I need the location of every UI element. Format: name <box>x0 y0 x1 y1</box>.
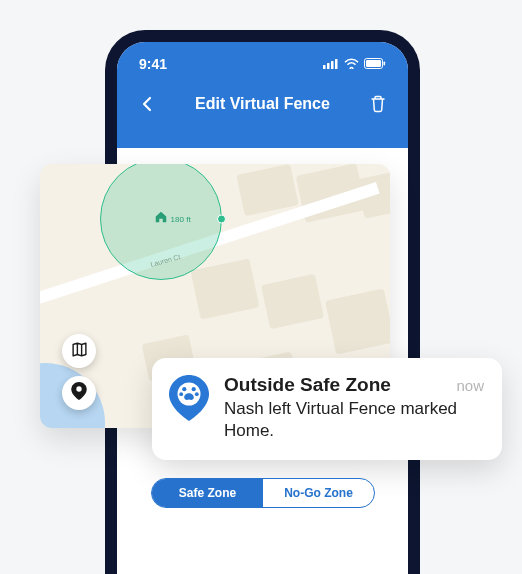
geofence-resize-handle[interactable] <box>217 215 226 224</box>
geofence-radius-label: 180 ft <box>171 215 191 224</box>
svg-rect-6 <box>384 62 386 66</box>
wifi-icon <box>344 56 359 72</box>
pin-icon <box>71 382 87 404</box>
title-bar: Edit Virtual Fence <box>117 72 408 114</box>
battery-icon <box>364 56 386 72</box>
svg-point-11 <box>179 392 183 396</box>
signal-icon <box>323 56 339 72</box>
svg-rect-1 <box>327 63 330 69</box>
app-header: 9:41 Edit Virtual Fence <box>117 42 408 148</box>
map-icon <box>71 341 88 362</box>
svg-point-7 <box>76 386 81 391</box>
svg-rect-5 <box>366 60 381 67</box>
map-layers-button[interactable] <box>62 334 96 368</box>
svg-rect-0 <box>323 65 326 69</box>
map-locate-button[interactable] <box>62 376 96 410</box>
zone-type-segmented: Safe Zone No-Go Zone <box>151 478 375 508</box>
notification-message: Nash left Virtual Fence marked Home. <box>224 398 484 442</box>
notification-body: Outside Safe Zone now Nash left Virtual … <box>224 374 484 442</box>
status-time: 9:41 <box>139 56 167 72</box>
segment-no-go-zone[interactable]: No-Go Zone <box>263 479 374 507</box>
svg-point-12 <box>195 392 199 396</box>
page-title: Edit Virtual Fence <box>195 95 330 113</box>
notification-title: Outside Safe Zone <box>224 374 391 396</box>
delete-button[interactable] <box>368 94 388 114</box>
segment-safe-zone[interactable]: Safe Zone <box>152 479 263 507</box>
status-bar: 9:41 <box>117 42 408 72</box>
back-button[interactable] <box>137 94 157 114</box>
svg-point-10 <box>192 387 196 391</box>
svg-rect-2 <box>331 61 334 69</box>
svg-point-9 <box>182 387 186 391</box>
notification-app-icon <box>168 374 210 422</box>
home-icon <box>154 210 168 228</box>
notification-time: now <box>456 377 484 394</box>
status-icons <box>323 56 386 72</box>
notification-card[interactable]: Outside Safe Zone now Nash left Virtual … <box>152 358 502 460</box>
svg-rect-3 <box>335 59 338 69</box>
